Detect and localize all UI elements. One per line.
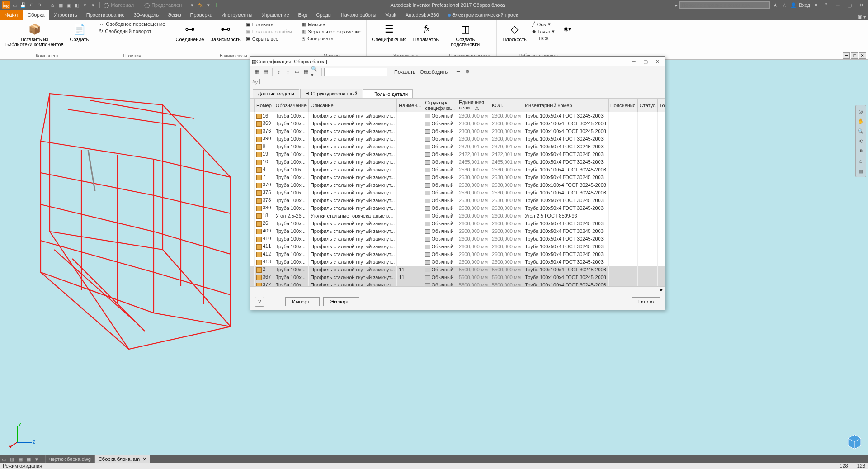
table-row[interactable]: 19Труба 100х...Профиль стальной гнутый з… xyxy=(250,151,665,158)
tb-icon[interactable]: ▤ xyxy=(262,68,270,76)
tb-icon[interactable]: ▦ xyxy=(302,68,310,76)
qat-appearance-icon[interactable]: ◯ xyxy=(143,1,151,9)
hscroll-right-icon[interactable]: ▸ xyxy=(659,287,665,293)
column-header[interactable]: Статус xyxy=(637,99,657,112)
join-button[interactable]: ⊶Соединение xyxy=(174,21,206,43)
panel-options-button[interactable]: ◉▾ xyxy=(558,21,576,37)
minimize-icon[interactable]: ━ xyxy=(833,1,843,9)
table-row[interactable]: 411Труба 100х...Профиль стальной гнутый … xyxy=(250,243,665,251)
column-header[interactable]: Тол xyxy=(657,99,665,112)
layout-icon[interactable]: ▤ xyxy=(17,456,24,462)
sync-icon[interactable]: ✕ xyxy=(812,1,819,9)
star-icon[interactable]: ★ xyxy=(772,1,779,9)
dialog-close-icon[interactable]: ✕ xyxy=(651,57,663,66)
tab-structured[interactable]: ⊞ Структурированный xyxy=(300,89,363,98)
login-link[interactable]: Вход xyxy=(799,2,810,8)
substitute-button[interactable]: ◫Создать подстановки xyxy=(449,21,481,48)
insert-component-button[interactable]: 📦Вставить из Библиотеки компонентов xyxy=(4,21,66,48)
qat-icon[interactable]: ▣ xyxy=(65,1,72,9)
table-row[interactable]: 10Труба 100х...Профиль стальной гнутый з… xyxy=(250,158,665,166)
help-icon[interactable]: ? xyxy=(821,1,831,9)
table-row[interactable]: 4Труба 100х...Профиль стальной гнутый за… xyxy=(250,166,665,174)
tb-icon[interactable]: ▦ xyxy=(253,68,261,76)
ribbon-tab[interactable]: Инструменты xyxy=(217,10,257,20)
ribbon-collapse-icon[interactable]: ▣ ▾ xyxy=(856,14,868,20)
nav-home-icon[interactable]: ⌂ xyxy=(857,156,865,166)
done-button[interactable]: Готово xyxy=(632,297,660,306)
column-header[interactable]: КОЛ. xyxy=(490,99,523,112)
layout-icon[interactable]: ▭ xyxy=(0,456,8,462)
point-button[interactable]: ◆ Точка ▾ xyxy=(531,28,556,35)
column-header[interactable]: Пояснения xyxy=(608,99,637,112)
ribbon-tab[interactable]: 3D-модель xyxy=(129,10,163,20)
column-header[interactable]: Структура специфика... xyxy=(423,99,457,112)
layout-icon[interactable]: ▥ xyxy=(9,456,16,462)
table-row[interactable]: 370Труба 100х...Профиль стальной гнутый … xyxy=(250,181,665,189)
ribbon-tab[interactable]: Среды xyxy=(311,10,336,20)
qat-icon[interactable]: ▾ xyxy=(205,1,212,9)
table-row[interactable]: 412Труба 100х...Профиль стальной гнутый … xyxy=(250,251,665,258)
tab-model-data[interactable]: Данные модели xyxy=(253,89,299,98)
qat-home-icon[interactable]: ⌂ xyxy=(49,1,56,9)
maximize-icon[interactable]: ▢ xyxy=(844,1,854,9)
help-button[interactable]: ? xyxy=(255,297,264,307)
table-row[interactable]: 26Труба 100х...Профиль стальной гнутый з… xyxy=(250,220,665,227)
column-header[interactable]: Наимен... xyxy=(397,99,423,112)
doc-close-icon[interactable]: ✕ xyxy=(859,52,866,59)
formula-bar[interactable]: xy | xyxy=(250,77,665,87)
tb-icon[interactable]: ▭ xyxy=(293,68,301,76)
plane-button[interactable]: ◇Плоскость xyxy=(500,21,528,43)
close-icon[interactable]: ✕ xyxy=(856,1,866,9)
nav-wheel-icon[interactable]: ◎ xyxy=(857,107,865,116)
table-row[interactable]: 372Труба 100х...Профиль стальной гнутый … xyxy=(250,281,665,287)
qat-add-icon[interactable]: ✚ xyxy=(213,1,220,9)
table-row[interactable]: 369Труба 100х...Профиль стальной гнутый … xyxy=(250,120,665,128)
table-row[interactable]: 7Труба 100х...Профиль стальной гнутый за… xyxy=(250,174,665,181)
doc-minimize-icon[interactable]: ━ xyxy=(843,52,850,59)
ribbon-tab[interactable]: Начало работы xyxy=(336,10,381,20)
ribbon-tab[interactable]: Упростить xyxy=(49,10,82,20)
ribbon-tab[interactable]: Электромеханический проект xyxy=(443,10,525,20)
qat-redo-icon[interactable]: ↷ xyxy=(36,1,43,9)
column-header[interactable]: Номер xyxy=(255,99,274,112)
qat-save-icon[interactable]: 💾 xyxy=(19,1,27,9)
table-row[interactable]: 378Труба 100х...Профиль стальной гнутый … xyxy=(250,197,665,204)
tb-combo[interactable] xyxy=(324,68,387,76)
qat-material-icon[interactable]: ◯ xyxy=(103,1,110,9)
doc-restore-icon[interactable]: ▢ xyxy=(851,52,858,59)
qat-open-icon[interactable]: ▭ xyxy=(11,1,19,9)
dialog-maximize-icon[interactable]: ▢ xyxy=(640,57,651,66)
tb-icon[interactable]: ⚙ xyxy=(463,68,472,76)
table-row[interactable]: 367Труба 100х...Профиль стальной гнутый … xyxy=(250,274,665,281)
table-row[interactable]: 2Труба 100х...Профиль стальной гнутый за… xyxy=(250,266,665,274)
parameters-button[interactable]: fxПараметры xyxy=(411,21,442,43)
free-rotate-button[interactable]: ↻ Свободный поворот xyxy=(98,28,166,34)
ribbon-tab[interactable]: Проверка xyxy=(186,10,217,20)
viewcube-icon[interactable] xyxy=(846,434,863,450)
free-move-button[interactable]: ↔ Свободное перемещение xyxy=(98,21,166,27)
nav-look-icon[interactable]: 👁 xyxy=(857,147,865,156)
user-icon[interactable]: 👤 xyxy=(790,1,797,9)
show-button[interactable]: ▣ Показать xyxy=(245,21,293,28)
table-row[interactable]: 9Труба 100х...Профиль стальной гнутый за… xyxy=(250,143,665,151)
table-row[interactable]: 376Труба 100х...Профиль стальной гнутый … xyxy=(250,128,665,135)
bom-button[interactable]: ☰Спецификация xyxy=(370,21,409,43)
nav-orbit-icon[interactable]: ⟲ xyxy=(857,137,865,146)
mirror-button[interactable]: ▥ Зеркальное отражение xyxy=(301,28,363,35)
table-row[interactable]: 409Труба 100х...Профиль стальной гнутый … xyxy=(250,227,665,235)
tab-parts-only[interactable]: ☰ Только детали xyxy=(363,89,413,98)
copy-button[interactable]: ⎘ Копировать xyxy=(301,35,363,42)
tb-icon[interactable]: ☰ xyxy=(454,68,462,76)
tb-sort-icon[interactable]: ↕ xyxy=(275,68,283,76)
release-link[interactable]: Освободить xyxy=(418,69,449,75)
table-row[interactable]: 413Труба 100х...Профиль стальной гнутый … xyxy=(250,258,665,266)
ucs-button[interactable]: ∟ ПСК xyxy=(531,35,556,42)
qat-icon[interactable]: ▾ xyxy=(81,1,89,9)
export-button[interactable]: Экспорт... xyxy=(323,297,359,306)
qat-icon[interactable]: ▦ xyxy=(57,1,64,9)
file-tab[interactable]: Файл xyxy=(0,10,23,20)
create-component-button[interactable]: 📄Создать xyxy=(68,21,91,43)
table-row[interactable]: 375Труба 100х...Профиль стальной гнутый … xyxy=(250,189,665,197)
array-button[interactable]: ▦ Массив xyxy=(301,21,363,28)
dialog-titlebar[interactable]: ▦ Спецификация [Сборка блока] ━ ▢ ✕ xyxy=(250,57,665,66)
